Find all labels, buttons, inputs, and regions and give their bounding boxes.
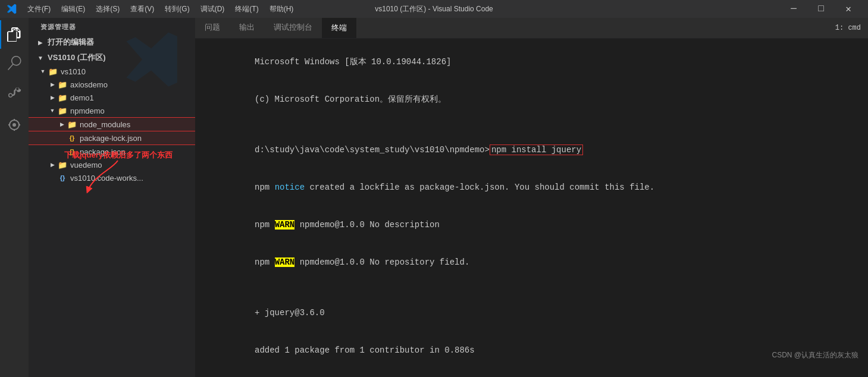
demo1-label: demo1 [70,93,94,102]
svg-point-1 [12,123,16,127]
codeworks-label: vs1010.code-works... [70,174,143,183]
activity-bar [0,18,29,377]
tree-axiosdemo[interactable]: 📁 axiosdemo [29,78,195,91]
vs1010-arrow [38,67,48,76]
minimize-button[interactable]: ─ [780,0,807,18]
folder-icon: 📁 [57,79,68,90]
axiosdemo-arrow [48,80,57,89]
activity-scm[interactable] [0,77,29,106]
terminal-line-cmd: d:\study\java\code\system_study\vs1010\n… [205,131,858,169]
folder-icon: 📁 [57,105,68,116]
demo1-arrow [48,93,57,102]
warn-label-1: WARN [275,220,295,230]
workspace-header[interactable]: VS1010 (工作区) [29,51,195,65]
tree-node-modules[interactable]: 📁 node_modules [29,118,195,131]
terminal-line-empty1 [205,118,858,131]
notice-label: notice [275,183,305,192]
menu-debug[interactable]: 调试(D) [196,2,230,17]
terminal-line-warn2: npm WARN npmdemo@1.0.0 No repository fie… [205,244,858,281]
activity-search[interactable] [0,49,29,77]
terminal-line-warn1: npm WARN npmdemo@1.0.0 No description [205,206,858,244]
tree-package-json[interactable]: {} package.json [29,145,195,158]
open-editors-header[interactable]: 打开的编辑器 [29,35,195,49]
package-json-label: package.json [80,147,126,156]
empty-arrow [48,173,57,183]
tree-package-lock[interactable]: {} package-lock.json [29,131,195,144]
terminal-line-empty2 [205,281,858,294]
axiosdemo-label: axiosdemo [70,80,108,89]
open-editors-label: 打开的编辑器 [48,37,94,48]
activity-debug[interactable] [0,111,29,139]
editor-area: 问题 输出 调试控制台 终端 1: cmd Microsoft Windows … [195,18,868,377]
tree-npmdemo[interactable]: 📁 npmdemo [29,104,195,117]
terminal-tab-label: 终端 [331,23,347,33]
menu-terminal[interactable]: 终端(T) [230,2,263,17]
workspace-arrow [36,53,45,62]
tab-output[interactable]: 输出 [230,18,264,38]
tree-vs1010[interactable]: 📁 vs1010 [29,65,195,78]
npmdemo-arrow [48,106,57,115]
node-modules-label: node_modules [80,120,130,129]
vuedemo-arrow [48,160,57,169]
tab-terminal[interactable]: 终端 [322,18,356,38]
vuedemo-label: vuedemo [70,161,102,169]
json-icon: {} [67,133,77,143]
tree-codeworks[interactable]: {} vs1010.code-works... [29,171,195,184]
terminal-line-jquery: + jquery@3.6.0 [205,294,858,332]
sidebar-header: 资源管理器 [29,18,195,34]
window-title: vs1010 (工作区) - Visual Studio Code [375,4,493,14]
prompt-path: d:\study\java\code\system_study\vs1010\n… [255,145,490,155]
empty-arrow [57,133,67,143]
workspace-label: VS1010 (工作区) [48,52,106,63]
menu-edit[interactable]: 编辑(E) [57,2,90,17]
folder-icon: 📁 [67,119,77,130]
maximize-button[interactable]: □ [807,0,835,18]
tree-demo1[interactable]: 📁 demo1 [29,91,195,104]
sidebar: 资源管理器 打开的编辑器 VS1010 (工作区) 📁 [29,18,195,377]
package-lock-label: package-lock.json [80,134,142,143]
workspace-section: VS1010 (工作区) 📁 vs1010 📁 axiosdemo [29,51,195,184]
terminal-line-empty3 [205,369,858,377]
open-editors-arrow [36,37,45,47]
terminal-line-windows: Microsoft Windows [版本 10.0.19044.1826] [205,43,858,81]
npm-command: npm install jquery [490,144,583,155]
terminal-line-added: added 1 package from 1 contributor in 0.… [205,332,858,369]
folder-icon: 📁 [57,92,68,103]
open-editors-section: 打开的编辑器 [29,35,195,49]
vs1010-label: vs1010 [61,67,86,76]
main-layout: 资源管理器 打开的编辑器 VS1010 (工作区) 📁 [0,18,868,377]
terminal-instance: 1: cmd [828,18,868,38]
activity-explorer[interactable] [0,20,29,49]
npmdemo-label: npmdemo [70,106,105,115]
csdn-watermark: CSDN @认真生活的灰太狼 [772,350,858,360]
codeworks-icon: {} [57,172,68,183]
folder-icon: 📁 [48,66,58,77]
json-icon: {} [67,146,77,157]
node-modules-arrow [57,120,67,129]
terminal-line-notice: npm notice created a lockfile as package… [205,169,858,206]
terminal-line-ms: (c) Microsoft Corporation。保留所有权利。 [205,81,858,118]
folder-icon: 📁 [57,159,68,170]
menu-select[interactable]: 选择(S) [91,2,124,17]
menu-file[interactable]: 文件(F) [23,2,55,17]
menu-goto[interactable]: 转到(G) [160,2,194,17]
terminal-content[interactable]: Microsoft Windows [版本 10.0.19044.1826] (… [195,39,868,377]
tab-debug-console[interactable]: 调试控制台 [264,18,322,38]
close-button[interactable]: ✕ [835,0,862,18]
menu-view[interactable]: 查看(V) [126,2,159,17]
vscode-icon [6,3,18,15]
titlebar: 文件(F) 编辑(E) 选择(S) 查看(V) 转到(G) 调试(D) 终端(T… [0,0,868,18]
tree-vuedemo[interactable]: 📁 vuedemo [29,158,195,171]
menu-help[interactable]: 帮助(H) [265,2,299,17]
tabs-bar: 问题 输出 调试控制台 终端 1: cmd [195,18,868,39]
empty-arrow [57,147,67,156]
window-controls: ─ □ ✕ [780,0,862,18]
warn-label-2: WARN [275,257,295,267]
tab-problems[interactable]: 问题 [195,18,230,38]
